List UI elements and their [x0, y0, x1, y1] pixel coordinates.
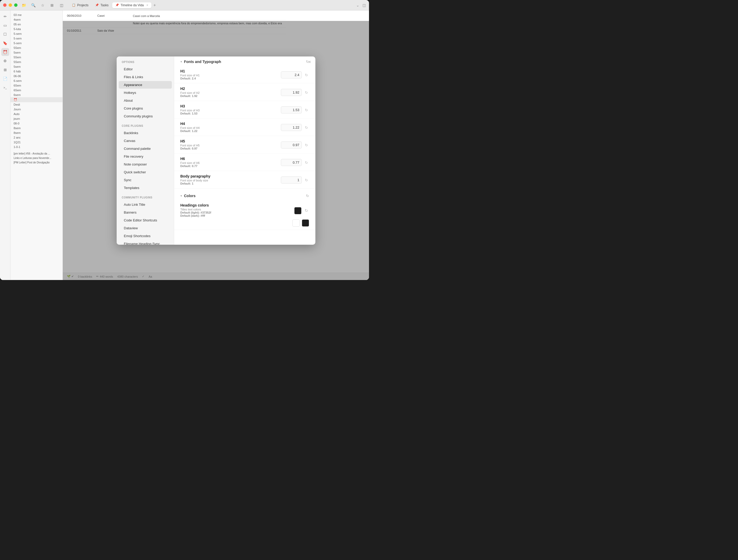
close-button[interactable] — [3, 3, 7, 7]
settings-item-banners[interactable]: Banners — [119, 209, 172, 216]
file-item[interactable]: 6Sem — [10, 83, 62, 88]
file-item[interactable]: 5-luta — [10, 27, 62, 31]
colors-collapse-icon[interactable]: ▾ — [180, 194, 182, 198]
file-item[interactable]: 03 me — [10, 13, 62, 17]
file-item[interactable]: 5-sem — [10, 41, 62, 45]
file-item[interactable]: 5Sem — [10, 55, 62, 60]
file-tree-item[interactable]: [pm letter] #56 - Anotação da ... — [10, 151, 62, 156]
settings-item-appearance[interactable]: Appearance — [119, 81, 172, 89]
minimize-button[interactable] — [9, 3, 12, 7]
sidebar-edit-icon[interactable]: ✏ — [1, 13, 9, 20]
h1-input[interactable] — [281, 71, 302, 78]
settings-item-note-composer[interactable]: Note composer — [119, 160, 172, 168]
settings-item-filename-heading-sync[interactable]: Filename Heading Sync — [119, 240, 172, 245]
file-tree-item[interactable]: [PM Letter] Post de Divulgação — [10, 160, 62, 165]
file-item[interactable]: 06-06 — [10, 74, 62, 78]
settings-item-auto-link-title[interactable]: Auto Link Title — [119, 201, 172, 208]
h4-reset-btn[interactable]: ↻ — [304, 125, 309, 130]
file-item[interactable]: 6 háb — [10, 69, 62, 74]
sidebar-terminal-icon[interactable]: >_ — [1, 84, 9, 91]
file-item-active[interactable]: ⏰ — [10, 97, 62, 102]
h1-reset-btn[interactable]: ↻ — [304, 72, 309, 78]
settings-item-quick-switcher[interactable]: Quick switcher — [119, 168, 172, 176]
tab-timeline-close[interactable]: × — [146, 3, 148, 7]
file-item[interactable]: 1Q21 — [10, 140, 62, 144]
settings-item-hotkeys[interactable]: Hotkeys — [119, 89, 172, 96]
file-item[interactable]: Desli — [10, 102, 62, 107]
body-input[interactable] — [281, 176, 302, 183]
fonts-collapse-icon[interactable]: ▾ — [180, 60, 182, 63]
h5-reset-btn[interactable]: ↻ — [304, 142, 309, 148]
h3-reset-btn[interactable]: ↻ — [304, 107, 309, 113]
headings-color-swatch-dark2[interactable] — [302, 219, 309, 227]
h4-input[interactable] — [281, 124, 302, 131]
settings-item-core-plugins[interactable]: Core plugins — [119, 105, 172, 112]
settings-item-canvas[interactable]: Canvas — [119, 137, 172, 144]
settings-item-command-palette[interactable]: Command palette — [119, 145, 172, 152]
collapse-icon[interactable]: ⌄ — [356, 3, 359, 7]
file-item[interactable]: 5sem — [10, 64, 62, 69]
settings-item-community-plugins[interactable]: Community plugins — [119, 112, 172, 120]
sidebar-clock-icon[interactable]: ⏰ — [1, 48, 9, 56]
sidebar-bookmark-icon[interactable]: 🔖 — [1, 39, 9, 47]
file-item[interactable]: 05 en — [10, 22, 62, 27]
settings-item-sync[interactable]: Sync — [119, 176, 172, 184]
settings-item-about[interactable]: About — [119, 97, 172, 104]
settings-item-backlinks[interactable]: Backlinks — [119, 129, 172, 137]
tab-timeline[interactable]: 📌 Timeline da Vida × — [112, 2, 151, 8]
headings-color-swatch-dark[interactable] — [294, 207, 302, 214]
file-item[interactable]: Auto — [10, 112, 62, 116]
file-item[interactable]: 5sem — [10, 50, 62, 55]
sidebar-person-icon[interactable]: ⚙ — [1, 57, 9, 65]
file-item[interactable]: 08-0 — [10, 121, 62, 126]
settings-item-emoji-shortcodes[interactable]: Emoji Shortcodes — [119, 232, 172, 240]
h6-reset-btn[interactable]: ↻ — [304, 160, 309, 165]
file-item[interactable]: 4sem — [10, 17, 62, 22]
h5-input[interactable] — [281, 141, 302, 148]
search-icon[interactable]: 🔍 — [31, 3, 35, 7]
h3-input[interactable] — [281, 106, 302, 113]
new-tab-button[interactable]: + — [152, 3, 157, 8]
sidebar-toggle-icon[interactable]: ◫ — [59, 3, 63, 7]
settings-item-dataview[interactable]: Dataview — [119, 224, 172, 232]
h2-reset-btn[interactable]: ↻ — [304, 90, 309, 95]
file-item[interactable]: 5Sem — [10, 60, 62, 64]
file-item[interactable]: 1-0-1 — [10, 144, 62, 149]
file-item[interactable]: 8sem — [10, 126, 62, 130]
sidebar-page2-icon[interactable]: 📄 — [1, 75, 9, 83]
file-item[interactable]: 5Sem — [10, 45, 62, 50]
file-tree-item[interactable]: Links e Leituras para Novembr... — [10, 156, 62, 160]
tab-tasks[interactable]: 📌 Tasks — [92, 2, 112, 8]
settings-item-file-recovery[interactable]: File recovery — [119, 153, 172, 160]
body-reset-btn[interactable]: ↻ — [304, 177, 309, 183]
file-item[interactable]: 6-sem — [10, 78, 62, 83]
sidebar-pages-icon[interactable]: ▭ — [1, 21, 9, 29]
file-item[interactable]: 6sem — [10, 92, 62, 97]
headings-color-swatch-light[interactable] — [292, 219, 300, 227]
headings-color-reset-btn[interactable]: ↻ — [304, 207, 309, 213]
file-item[interactable]: 2 anc — [10, 135, 62, 140]
file-item[interactable]: Journ — [10, 107, 62, 112]
file-item[interactable]: 5-sem — [10, 36, 62, 41]
layout-icon[interactable]: ⊞ — [50, 3, 54, 7]
maximize-button[interactable] — [14, 3, 18, 7]
file-item[interactable]: 6Sem — [10, 88, 62, 92]
settings-item-code-editor-shortcuts[interactable]: Code Editor Shortcuts — [119, 216, 172, 224]
folder-icon[interactable]: 📁 — [22, 3, 26, 7]
tab-projects[interactable]: 📋 Projects — [69, 2, 91, 8]
h2-input[interactable] — [281, 89, 302, 96]
settings-item-editor[interactable]: Editor — [119, 65, 172, 73]
star-icon[interactable]: ☆ — [40, 3, 45, 7]
settings-item-templates[interactable]: Templates — [119, 184, 172, 192]
split-icon[interactable]: ◫ — [362, 3, 366, 7]
file-item[interactable]: journ — [10, 116, 62, 121]
modal-close-button[interactable]: × — [308, 60, 311, 64]
body-row-inner: Body paragraphy Font size of body size D… — [180, 174, 309, 185]
file-item[interactable]: 8sem — [10, 130, 62, 135]
h6-input[interactable] — [281, 159, 302, 166]
file-item[interactable]: 5-sem — [10, 31, 62, 36]
sidebar-checkbox-icon[interactable]: ☐ — [1, 30, 9, 38]
settings-item-files-links[interactable]: Files & Links — [119, 73, 172, 81]
colors-section-reset[interactable]: ↻ — [306, 194, 309, 198]
sidebar-grid-icon[interactable]: ⊞ — [1, 66, 9, 74]
